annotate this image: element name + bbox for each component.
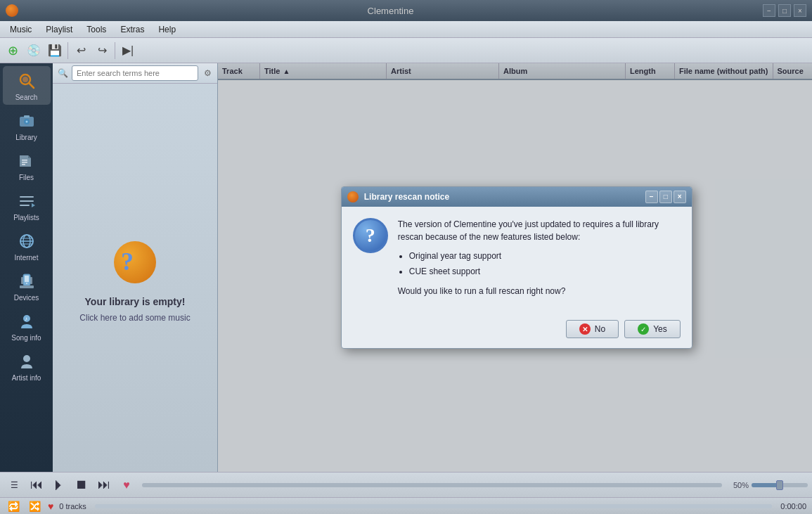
sidebar-item-library[interactable]: Library — [3, 106, 51, 145]
favorite-button[interactable]: ♥ — [117, 475, 136, 495]
close-button[interactable]: × — [794, 4, 806, 17]
svg-point-30 — [23, 355, 30, 362]
toolbar: ⊕ 💿 💾 ↩ ↪ ▶| — [0, 38, 812, 63]
svg-line-1 — [29, 83, 34, 88]
svg-point-2 — [22, 77, 28, 82]
library-empty-content: ? Your library is empty! Click here to a… — [79, 234, 190, 323]
search-magnifier-icon[interactable]: 🔍 — [55, 65, 70, 81]
menubar: Music Playlist Tools Extras Help — [0, 21, 812, 38]
sidebar-label-songinfo: Song info — [11, 334, 41, 342]
menu-music[interactable]: Music — [3, 23, 39, 36]
menu-tools[interactable]: Tools — [79, 23, 113, 36]
dialog-content: ? The version of Clementine you've just … — [342, 207, 692, 314]
sidebar-item-files[interactable]: Files — [3, 146, 51, 185]
dialog-yes-button[interactable]: ✓ Yes — [624, 320, 681, 338]
playlists-sidebar-icon — [15, 190, 38, 212]
sidebar-item-playlists[interactable]: Playlists — [3, 186, 51, 225]
question-mark: ? — [121, 247, 134, 276]
sidebar-item-search[interactable]: Search — [3, 66, 51, 105]
search-options-icon[interactable]: ⚙ — [200, 65, 215, 81]
svg-rect-23 — [25, 276, 29, 282]
volume-label: 50% — [728, 481, 749, 489]
dialog-body-text: The version of Clementine you've just up… — [398, 218, 681, 243]
titlebar-title: Clementine — [18, 6, 763, 16]
dialog-feature-1: Original year tag support — [409, 249, 681, 264]
sidebar-item-internet[interactable]: Internet — [3, 226, 51, 265]
progress-bar[interactable] — [142, 483, 722, 487]
info-circle: ? — [353, 218, 388, 253]
restore-button[interactable]: □ — [778, 4, 791, 17]
svg-marker-16 — [32, 203, 35, 207]
svg-marker-9 — [28, 155, 31, 158]
dialog-text: The version of Clementine you've just up… — [398, 218, 681, 303]
toolbar-playnext-button[interactable]: ▶| — [118, 41, 138, 60]
toolbar-burn-button[interactable]: 💿 — [24, 41, 44, 60]
left-panel: 🔍 ⚙ ? Your library is empty! Click here … — [53, 63, 218, 472]
dialog-features-list: Original year tag support CUE sheet supp… — [409, 249, 681, 279]
titlebar-controls: − □ × — [763, 4, 806, 17]
songinfo-sidebar-icon: ♪ — [15, 310, 38, 333]
svg-rect-6 — [24, 115, 30, 117]
sidebar-item-artistinfo[interactable]: Artist info — [3, 347, 51, 385]
next-button[interactable]: ⏭ — [94, 475, 114, 495]
devices-sidebar-icon — [15, 270, 38, 293]
menu-extras[interactable]: Extras — [113, 23, 151, 36]
main-layout: Search Library — [0, 63, 812, 472]
sidebar-item-devices[interactable]: Devices — [3, 266, 51, 305]
svg-rect-15 — [20, 205, 30, 206]
no-icon: ✕ — [579, 323, 591, 335]
time-progress-bar[interactable] — [95, 504, 772, 508]
dialog-title: Library rescan notice — [364, 192, 644, 202]
repeat-button[interactable]: 🔁 — [6, 499, 21, 514]
sidebar-label-devices: Devices — [14, 294, 39, 302]
sidebar-label-playlists: Playlists — [13, 214, 39, 221]
svg-text:♪: ♪ — [25, 316, 27, 322]
dialog-no-button[interactable]: ✕ No — [566, 320, 619, 338]
sidebar-item-songinfo[interactable]: ♪ Song info — [3, 307, 51, 345]
dialog-minimize-button[interactable]: − — [645, 191, 658, 203]
prev-button[interactable]: ⏮ — [27, 475, 46, 495]
dialog-logo — [347, 191, 359, 203]
dialog-restore-button[interactable]: □ — [659, 191, 672, 203]
sidebar: Search Library — [0, 63, 53, 472]
status-bar: 🔁 🔀 ♥ 0 tracks 0:00:00 — [0, 497, 812, 514]
tracks-count: 0 tracks — [59, 502, 86, 510]
stop-button[interactable]: ⏹ — [72, 475, 91, 495]
sidebar-label-search: Search — [15, 94, 38, 101]
dialog-close-button[interactable]: × — [674, 191, 686, 203]
dialog-titlebar: Library rescan notice − □ × — [342, 187, 692, 207]
dialog-overlay: Library rescan notice − □ × ? The versio… — [218, 63, 812, 472]
toolbar-save-button[interactable]: 💾 — [45, 41, 65, 60]
library-add-music-link[interactable]: Click here to add some music — [79, 313, 190, 323]
toolbar-undo-button[interactable]: ↩ — [71, 41, 91, 60]
dialog-feature-2: CUE sheet support — [409, 264, 681, 280]
rescan-dialog: Library rescan notice − □ × ? The versio… — [341, 186, 692, 349]
svg-rect-11 — [22, 162, 27, 163]
svg-rect-14 — [20, 200, 34, 202]
artistinfo-sidebar-icon — [15, 350, 38, 373]
shuffle-button[interactable]: 🔀 — [27, 499, 42, 514]
playlist-view-button[interactable]: ☰ — [4, 475, 24, 495]
dialog-info-icon: ? — [353, 218, 388, 253]
svg-rect-27 — [20, 285, 34, 288]
dialog-buttons: ✕ No ✓ Yes — [342, 314, 692, 348]
toolbar-separator-1 — [67, 42, 68, 59]
svg-rect-13 — [20, 196, 34, 198]
internet-sidebar-icon — [15, 230, 38, 252]
play-button[interactable]: ⏵ — [49, 475, 69, 495]
dialog-question: Would you like to run a full rescan righ… — [398, 285, 681, 297]
menu-help[interactable]: Help — [151, 23, 183, 36]
menu-playlist[interactable]: Playlist — [39, 23, 79, 36]
search-bar: 🔍 ⚙ — [53, 63, 217, 84]
toolbar-redo-button[interactable]: ↪ — [92, 41, 112, 60]
svg-point-5 — [25, 121, 27, 123]
minimize-button[interactable]: − — [763, 4, 775, 17]
search-input[interactable] — [72, 65, 198, 81]
toolbar-add-button[interactable]: ⊕ — [3, 41, 22, 60]
volume-slider[interactable] — [752, 483, 808, 487]
library-sidebar-icon — [15, 110, 38, 132]
player-bar: ☰ ⏮ ⏵ ⏹ ⏭ ♥ 50% — [0, 472, 812, 497]
svg-rect-12 — [22, 164, 25, 165]
svg-rect-25 — [21, 277, 23, 284]
library-empty-title: Your library is empty! — [85, 296, 186, 307]
